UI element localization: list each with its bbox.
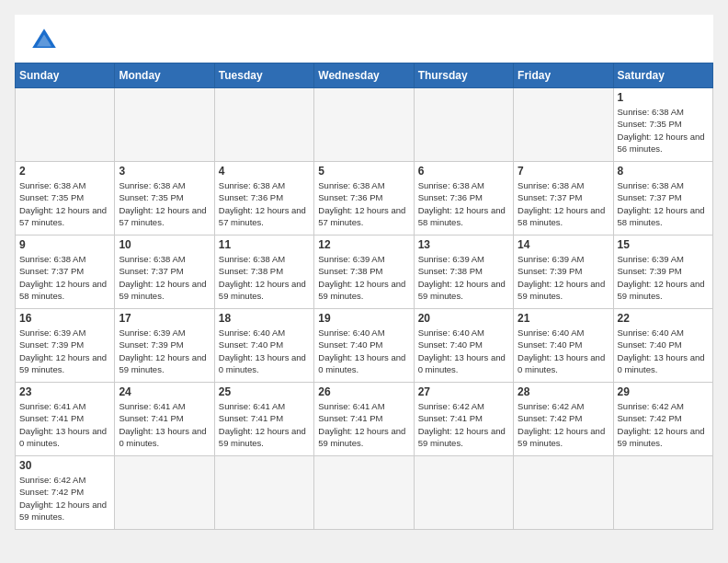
day-number: 23	[19, 385, 110, 398]
header	[15, 15, 713, 63]
calendar-table: SundayMondayTuesdayWednesdayThursdayFrid…	[15, 63, 713, 530]
day-cell: 2Sunrise: 6:38 AM Sunset: 7:35 PM Daylig…	[16, 162, 115, 236]
day-info: Sunrise: 6:38 AM Sunset: 7:36 PM Dayligh…	[219, 179, 310, 228]
week-row-2: 2Sunrise: 6:38 AM Sunset: 7:35 PM Daylig…	[16, 162, 713, 236]
day-cell: 20Sunrise: 6:40 AM Sunset: 7:40 PM Dayli…	[414, 309, 513, 383]
day-info: Sunrise: 6:38 AM Sunset: 7:35 PM Dayligh…	[19, 179, 110, 228]
week-row-1: 1Sunrise: 6:38 AM Sunset: 7:35 PM Daylig…	[16, 88, 713, 162]
day-number: 10	[119, 238, 210, 251]
day-number: 27	[418, 385, 509, 398]
week-row-4: 16Sunrise: 6:39 AM Sunset: 7:39 PM Dayli…	[16, 309, 713, 383]
day-cell: 10Sunrise: 6:38 AM Sunset: 7:37 PM Dayli…	[115, 236, 214, 309]
day-info: Sunrise: 6:41 AM Sunset: 7:41 PM Dayligh…	[219, 400, 310, 449]
day-cell	[115, 88, 214, 162]
day-info: Sunrise: 6:38 AM Sunset: 7:37 PM Dayligh…	[618, 179, 709, 228]
day-cell: 30Sunrise: 6:42 AM Sunset: 7:42 PM Dayli…	[16, 456, 115, 530]
day-cell	[514, 88, 613, 162]
day-info: Sunrise: 6:42 AM Sunset: 7:42 PM Dayligh…	[19, 474, 110, 523]
day-cell: 11Sunrise: 6:38 AM Sunset: 7:38 PM Dayli…	[214, 236, 313, 309]
day-number: 25	[219, 385, 310, 398]
day-cell	[314, 456, 414, 530]
week-row-5: 23Sunrise: 6:41 AM Sunset: 7:41 PM Dayli…	[16, 383, 713, 456]
day-number: 9	[19, 238, 110, 251]
day-cell: 17Sunrise: 6:39 AM Sunset: 7:39 PM Dayli…	[115, 309, 214, 383]
day-cell: 15Sunrise: 6:39 AM Sunset: 7:39 PM Dayli…	[613, 236, 712, 309]
col-header-saturday: Saturday	[613, 63, 712, 88]
day-cell: 3Sunrise: 6:38 AM Sunset: 7:35 PM Daylig…	[115, 162, 214, 236]
day-number: 19	[318, 312, 409, 325]
day-cell: 4Sunrise: 6:38 AM Sunset: 7:36 PM Daylig…	[214, 162, 313, 236]
day-number: 15	[618, 238, 709, 251]
day-cell	[115, 456, 214, 530]
day-cell: 23Sunrise: 6:41 AM Sunset: 7:41 PM Dayli…	[16, 383, 115, 456]
day-cell	[214, 88, 313, 162]
week-row-3: 9Sunrise: 6:38 AM Sunset: 7:37 PM Daylig…	[16, 236, 713, 309]
day-number: 16	[19, 312, 110, 325]
day-info: Sunrise: 6:38 AM Sunset: 7:36 PM Dayligh…	[418, 179, 509, 228]
day-number: 29	[618, 385, 709, 398]
day-number: 12	[318, 238, 409, 251]
day-number: 22	[618, 312, 709, 325]
day-number: 21	[518, 312, 609, 325]
day-number: 5	[318, 165, 409, 178]
day-cell: 13Sunrise: 6:39 AM Sunset: 7:38 PM Dayli…	[414, 236, 513, 309]
col-header-monday: Monday	[115, 63, 214, 88]
day-cell: 18Sunrise: 6:40 AM Sunset: 7:40 PM Dayli…	[214, 309, 313, 383]
day-cell: 7Sunrise: 6:38 AM Sunset: 7:37 PM Daylig…	[514, 162, 613, 236]
day-number: 2	[19, 165, 110, 178]
day-info: Sunrise: 6:38 AM Sunset: 7:35 PM Dayligh…	[119, 179, 210, 228]
day-info: Sunrise: 6:38 AM Sunset: 7:36 PM Dayligh…	[318, 179, 409, 228]
day-info: Sunrise: 6:39 AM Sunset: 7:39 PM Dayligh…	[618, 253, 709, 302]
day-cell: 12Sunrise: 6:39 AM Sunset: 7:38 PM Dayli…	[314, 236, 414, 309]
day-cell: 25Sunrise: 6:41 AM Sunset: 7:41 PM Dayli…	[214, 383, 313, 456]
day-cell: 14Sunrise: 6:39 AM Sunset: 7:39 PM Dayli…	[514, 236, 613, 309]
day-number: 1	[618, 91, 709, 104]
day-info: Sunrise: 6:38 AM Sunset: 7:37 PM Dayligh…	[518, 179, 609, 228]
day-cell: 19Sunrise: 6:40 AM Sunset: 7:40 PM Dayli…	[314, 309, 414, 383]
day-info: Sunrise: 6:42 AM Sunset: 7:41 PM Dayligh…	[418, 400, 509, 449]
day-cell	[314, 88, 414, 162]
col-header-sunday: Sunday	[16, 63, 115, 88]
day-cell	[16, 88, 115, 162]
day-info: Sunrise: 6:40 AM Sunset: 7:40 PM Dayligh…	[318, 327, 409, 375]
day-info: Sunrise: 6:40 AM Sunset: 7:40 PM Dayligh…	[418, 327, 509, 375]
day-number: 6	[418, 165, 509, 178]
logo-icon	[29, 26, 59, 55]
day-number: 30	[19, 459, 110, 472]
day-cell	[214, 456, 313, 530]
day-cell: 28Sunrise: 6:42 AM Sunset: 7:42 PM Dayli…	[514, 383, 613, 456]
day-number: 8	[618, 165, 709, 178]
day-cell	[414, 456, 513, 530]
logo	[29, 26, 63, 55]
day-cell	[514, 456, 613, 530]
day-info: Sunrise: 6:40 AM Sunset: 7:40 PM Dayligh…	[219, 327, 310, 375]
day-number: 18	[219, 312, 310, 325]
day-info: Sunrise: 6:41 AM Sunset: 7:41 PM Dayligh…	[318, 400, 409, 449]
day-cell: 5Sunrise: 6:38 AM Sunset: 7:36 PM Daylig…	[314, 162, 414, 236]
day-cell: 22Sunrise: 6:40 AM Sunset: 7:40 PM Dayli…	[613, 309, 712, 383]
day-info: Sunrise: 6:39 AM Sunset: 7:38 PM Dayligh…	[418, 253, 509, 302]
day-info: Sunrise: 6:41 AM Sunset: 7:41 PM Dayligh…	[119, 400, 210, 449]
day-info: Sunrise: 6:39 AM Sunset: 7:38 PM Dayligh…	[318, 253, 409, 302]
day-number: 14	[518, 238, 609, 251]
day-cell: 26Sunrise: 6:41 AM Sunset: 7:41 PM Dayli…	[314, 383, 414, 456]
day-number: 4	[219, 165, 310, 178]
day-number: 13	[418, 238, 509, 251]
day-info: Sunrise: 6:38 AM Sunset: 7:37 PM Dayligh…	[119, 253, 210, 302]
day-info: Sunrise: 6:39 AM Sunset: 7:39 PM Dayligh…	[19, 327, 110, 375]
day-cell: 16Sunrise: 6:39 AM Sunset: 7:39 PM Dayli…	[16, 309, 115, 383]
day-number: 24	[119, 385, 210, 398]
day-cell: 27Sunrise: 6:42 AM Sunset: 7:41 PM Dayli…	[414, 383, 513, 456]
day-number: 20	[418, 312, 509, 325]
day-cell: 29Sunrise: 6:42 AM Sunset: 7:42 PM Dayli…	[613, 383, 712, 456]
col-header-tuesday: Tuesday	[214, 63, 313, 88]
col-header-wednesday: Wednesday	[314, 63, 414, 88]
col-header-thursday: Thursday	[414, 63, 513, 88]
day-number: 11	[219, 238, 310, 251]
col-header-friday: Friday	[514, 63, 613, 88]
day-number: 7	[518, 165, 609, 178]
day-cell: 1Sunrise: 6:38 AM Sunset: 7:35 PM Daylig…	[613, 88, 712, 162]
header-row: SundayMondayTuesdayWednesdayThursdayFrid…	[16, 63, 713, 88]
day-info: Sunrise: 6:42 AM Sunset: 7:42 PM Dayligh…	[618, 400, 709, 449]
day-cell	[414, 88, 513, 162]
